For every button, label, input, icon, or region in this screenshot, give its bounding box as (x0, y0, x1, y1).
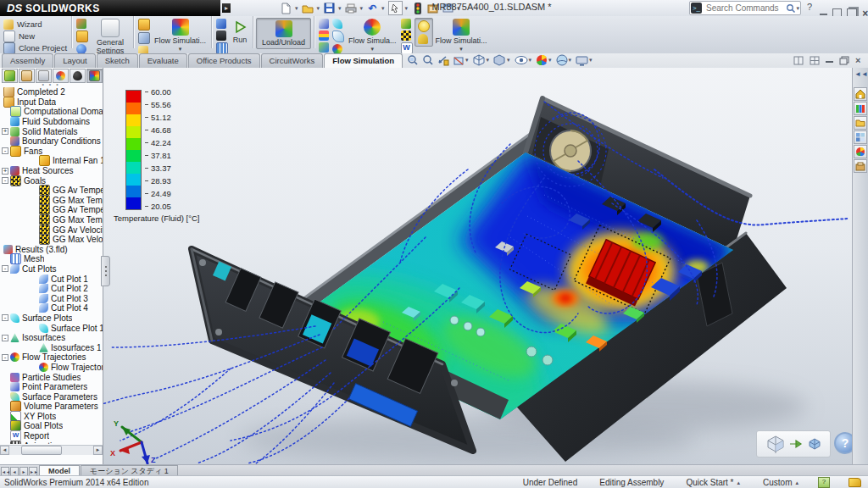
tree-item[interactable]: Volume Parameters (0, 402, 103, 412)
transparency-icon[interactable] (418, 34, 428, 44)
search-caret-icon[interactable]: ▾ (796, 5, 799, 12)
tree-item[interactable]: Input Data (0, 97, 103, 108)
tab-flow-simulation[interactable]: Flow Simulation (324, 53, 403, 68)
tree-item[interactable]: Cut Plot 4 (0, 303, 103, 313)
tree-item[interactable]: Boundary Conditions (0, 136, 103, 147)
tab-sketch[interactable]: Sketch (97, 53, 138, 68)
tree-item[interactable]: -Fans (0, 147, 103, 157)
tree-expander-icon[interactable]: - (2, 354, 8, 361)
tree-horizontal-scrollbar[interactable]: ◄ ► (0, 445, 103, 455)
search-input[interactable] (704, 3, 786, 14)
open-caret-icon[interactable]: ▾ (317, 5, 320, 12)
flow-simulation-tree-tab[interactable] (86, 69, 103, 83)
new-document-icon[interactable] (280, 2, 292, 14)
component-control-icon[interactable] (76, 19, 86, 29)
tree-item[interactable]: -Surface Plots (0, 313, 103, 324)
model-3d-view[interactable]: Y X Z (103, 68, 852, 464)
new-caret-icon[interactable]: ▾ (295, 5, 298, 12)
tree-item[interactable]: Surface Parameters (0, 391, 103, 402)
property-manager-tab[interactable] (19, 69, 35, 83)
display-results-icon[interactable] (418, 20, 430, 32)
tree-item[interactable]: GG Av Temperature (So (0, 205, 103, 215)
section-view-icon[interactable]: ▾ (453, 54, 470, 66)
logo-menu-arrow-icon[interactable]: ▸ (222, 3, 231, 13)
cut-plot-icon[interactable] (332, 19, 342, 29)
tree-item[interactable]: GG Av Temperature (Fl (0, 186, 103, 196)
tree-item[interactable]: Results (3.fld) (0, 245, 103, 255)
tab-assembly[interactable]: Assembly (2, 53, 53, 68)
tree-item[interactable]: Particle Studies (0, 372, 103, 382)
display-style-icon[interactable]: ▾ (493, 54, 511, 66)
run-button[interactable]: Run (230, 18, 250, 45)
tab-office-products[interactable]: Office Products (188, 53, 260, 68)
hide-show-items-icon[interactable]: ▾ (515, 55, 533, 65)
quick-tips-help-button[interactable]: ? (834, 432, 852, 454)
calculation-control-icon[interactable] (216, 42, 228, 54)
view-palette-icon[interactable] (854, 130, 867, 144)
print-caret-icon[interactable]: ▾ (360, 5, 364, 12)
custom-properties-icon[interactable] (854, 159, 867, 173)
tree-item[interactable]: +Solid Materials (0, 126, 103, 136)
save-results-icon[interactable] (319, 42, 329, 53)
surface-plot-icon[interactable] (332, 30, 344, 42)
tree-expander-icon[interactable]: - (2, 147, 8, 154)
engineering-db-icon[interactable] (76, 30, 88, 42)
doc-close-button[interactable]: × (855, 55, 860, 65)
undo-icon[interactable]: ↶ (366, 2, 379, 14)
save-icon[interactable] (323, 2, 336, 14)
tree-item[interactable]: Cut Plot 2 (0, 284, 103, 294)
tree-expander-icon[interactable]: + (2, 168, 8, 175)
tree-expander-icon[interactable]: - (2, 335, 8, 341)
flow-simulation-menu-2[interactable]: Flow Simula... ▾ (346, 18, 399, 54)
save-caret-icon[interactable]: ▾ (338, 5, 342, 12)
tree-item[interactable]: Surface Plot 1 (0, 323, 103, 333)
print-icon[interactable] (345, 2, 358, 14)
doc-restore-button[interactable] (839, 56, 849, 65)
report-icon[interactable]: W (401, 42, 413, 54)
tree-item[interactable]: GG Av Velocity 1 (0, 225, 103, 235)
tree-expander-icon[interactable]: - (2, 177, 8, 184)
clone-project-button[interactable]: Clone Project (2, 42, 69, 53)
doc-minimize-button[interactable] (826, 58, 833, 63)
graphics-viewport[interactable]: Y X Z 60.0055.5651.1246.6842.2437.8133.3… (103, 68, 852, 464)
scroll-left-icon[interactable]: ◄ (0, 446, 9, 455)
wizard-button[interactable]: Wizard (2, 19, 44, 30)
general-settings-button[interactable]: General Settings (90, 18, 131, 56)
tab-layout[interactable]: Layout (54, 53, 96, 68)
scroll-right-icon[interactable]: ► (93, 446, 103, 455)
tree-item[interactable]: Goal Plots (0, 421, 103, 431)
scroll-thumb[interactable] (21, 446, 62, 455)
tree-expander-icon[interactable]: - (2, 265, 8, 272)
tab-evaluate[interactable]: Evaluate (139, 53, 187, 68)
status-help-icon[interactable]: ? (818, 477, 830, 488)
appearances-scenes-icon[interactable] (854, 145, 867, 158)
tree-item[interactable]: Cut Plot 1 (0, 274, 103, 284)
tree-item[interactable]: GG Max Temperature ( (0, 196, 103, 206)
goal-plot-icon[interactable] (401, 30, 411, 41)
results-summary-icon[interactable] (319, 30, 329, 41)
tree-expander-icon[interactable]: - (2, 314, 8, 321)
tree-item[interactable]: -Goals (0, 175, 103, 186)
point-parameter-icon[interactable] (319, 19, 329, 29)
tree-item[interactable]: Cut Plot 3 (0, 293, 103, 303)
batch-run-icon[interactable] (216, 30, 226, 41)
feature-tree-tab[interactable] (2, 69, 18, 83)
flow-simulation-menu-3[interactable]: Flow Simulati... ▾ (433, 18, 490, 54)
design-library-icon[interactable] (854, 102, 867, 115)
view-settings-icon[interactable]: ▾ (576, 55, 593, 66)
search-commands-box[interactable]: >_ ▾ (689, 1, 801, 15)
tree-expander-icon[interactable]: + (2, 128, 8, 135)
view-orientation-icon[interactable]: ▾ (473, 54, 491, 66)
tree-item[interactable]: Computational Domain (0, 107, 103, 117)
xy-plot-icon[interactable] (401, 19, 411, 29)
status-tag-icon[interactable] (849, 478, 861, 487)
tree-item[interactable]: Point Parameters (0, 382, 103, 392)
tree-item[interactable]: -Flow Trajectories (0, 352, 103, 363)
component-control2-icon[interactable] (138, 32, 150, 44)
zoom-fit-icon[interactable] (407, 54, 419, 66)
assembly-transparency-button[interactable] (756, 430, 831, 458)
tree-item[interactable]: Completed 2 (0, 87, 103, 97)
status-item[interactable]: Quick Start *▴ (686, 478, 741, 487)
tree-item[interactable]: Flow Trajectories 1 (0, 363, 103, 373)
minimize-button[interactable] (820, 11, 826, 15)
